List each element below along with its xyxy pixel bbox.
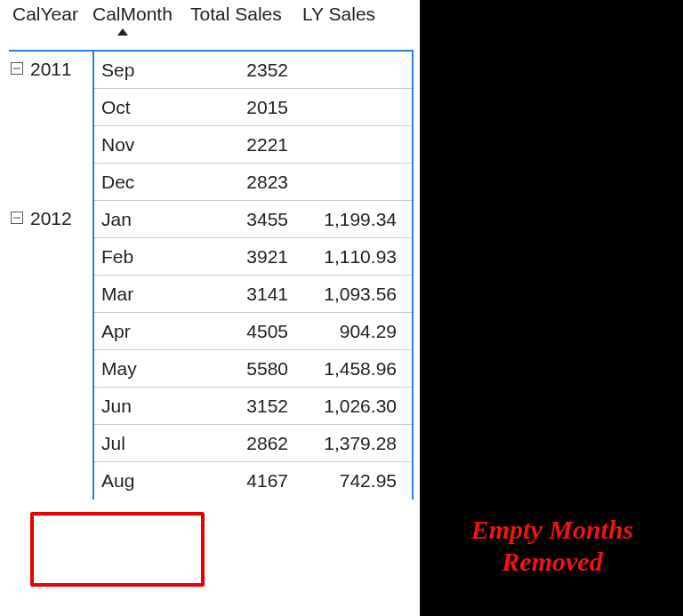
- cell-sales: 2352: [192, 60, 304, 81]
- cell-sales: 2862: [192, 433, 304, 454]
- collapse-icon[interactable]: [11, 62, 23, 75]
- cell-month: Jan: [94, 209, 192, 230]
- cell-month: May: [94, 358, 192, 380]
- table-row[interactable]: Apr 4505 904.29: [94, 313, 412, 350]
- cell-ly: 904.29: [304, 321, 404, 342]
- column-header-calmonth[interactable]: CalMonth: [92, 4, 190, 25]
- table-row[interactable]: May 5580 1,458.96: [94, 350, 412, 388]
- sort-ascending-icon: [117, 28, 128, 36]
- cell-month: Jun: [94, 396, 192, 417]
- matrix-visual: CalYear CalMonth Total Sales LY Sales 20…: [9, 0, 414, 500]
- table-row[interactable]: Dec 2823: [94, 164, 412, 201]
- cell-sales: 2823: [192, 172, 304, 193]
- cell-month: Feb: [94, 246, 192, 268]
- cell-sales: 3152: [192, 396, 304, 417]
- column-header-calmonth-label: CalMonth: [92, 4, 173, 24]
- cell-sales: 3455: [192, 209, 304, 230]
- table-row[interactable]: Nov 2221: [94, 126, 412, 164]
- cell-sales: 4505: [192, 321, 304, 342]
- cell-ly: 1,379.28: [304, 433, 404, 454]
- collapse-icon[interactable]: [11, 212, 23, 224]
- cell-ly: 1,110.93: [304, 246, 404, 268]
- cell-month: Sep: [94, 60, 192, 81]
- annotation-label: Empty Months Removed: [423, 514, 681, 578]
- cell-sales: 2221: [192, 134, 304, 156]
- year-cell-2011[interactable]: 2011: [9, 52, 92, 201]
- cell-sales: 3921: [192, 246, 304, 268]
- column-header-ly-sales[interactable]: LY Sales: [302, 4, 405, 25]
- table-row[interactable]: Oct 2015: [94, 89, 412, 126]
- row-group-2011: 2011 Sep 2352 Oct 2015 Nov 2221 Dec 2823: [9, 52, 414, 201]
- year-label: 2012: [30, 208, 72, 229]
- cell-ly: 1,199.34: [304, 209, 404, 230]
- column-header-total-sales[interactable]: Total Sales: [190, 4, 302, 25]
- table-row[interactable]: Jun 3152 1,026.30: [94, 388, 412, 425]
- cell-ly: 1,026.30: [304, 396, 404, 417]
- year-label: 2011: [30, 59, 72, 80]
- table-row[interactable]: Jan 3455 1,199.34: [94, 201, 412, 238]
- cell-sales: 3141: [192, 284, 304, 305]
- cell-month: Aug: [94, 470, 192, 492]
- table-row[interactable]: Sep 2352: [94, 52, 412, 89]
- cell-month: Apr: [94, 321, 192, 342]
- rows-2011: Sep 2352 Oct 2015 Nov 2221 Dec 2823: [92, 52, 414, 201]
- cell-month: Dec: [94, 172, 192, 193]
- cell-sales: 5580: [192, 358, 304, 380]
- cell-ly: 1,093.56: [304, 284, 404, 305]
- cell-sales: 4167: [192, 470, 304, 492]
- annotation-line-2: Removed: [423, 546, 681, 578]
- cell-month: Oct: [94, 97, 192, 118]
- row-group-2012: 2012 Jan 3455 1,199.34 Feb 3921 1,110.93…: [9, 201, 414, 500]
- rows-2012: Jan 3455 1,199.34 Feb 3921 1,110.93 Mar …: [92, 201, 414, 500]
- column-header-calyear[interactable]: CalYear: [9, 4, 92, 25]
- year-cell-2012[interactable]: 2012: [9, 201, 92, 500]
- cell-month: Mar: [94, 284, 192, 305]
- table-row[interactable]: Aug 4167 742.95: [94, 462, 412, 500]
- cell-month: Jul: [94, 433, 192, 454]
- table-row[interactable]: Feb 3921 1,110.93: [94, 238, 412, 276]
- cell-ly: 742.95: [304, 470, 404, 492]
- annotation-highlight-box: [30, 512, 205, 587]
- cell-sales: 2015: [192, 97, 304, 118]
- cell-month: Nov: [94, 134, 192, 156]
- table-row[interactable]: Mar 3141 1,093.56: [94, 276, 412, 313]
- annotation-line-1: Empty Months: [423, 514, 681, 546]
- cell-ly: 1,458.96: [304, 358, 404, 380]
- matrix-header-row: CalYear CalMonth Total Sales LY Sales: [9, 0, 414, 50]
- table-row[interactable]: Jul 2862 1,379.28: [94, 425, 412, 462]
